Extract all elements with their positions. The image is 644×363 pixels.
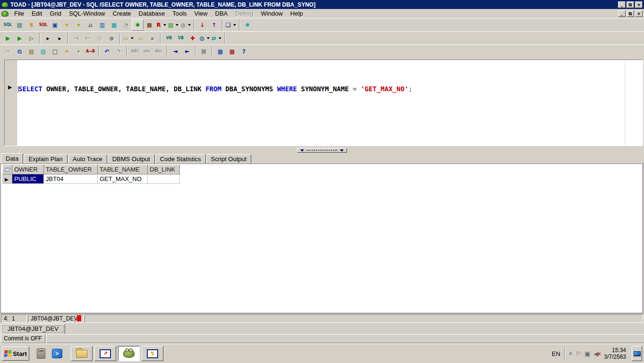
- menu-edit[interactable]: Edit: [28, 9, 46, 17]
- dropdown-arrow-icon[interactable]: [219, 37, 221, 39]
- system-tools-icon[interactable]: [37, 348, 45, 359]
- refresh-session-icon[interactable]: ⇄: [211, 33, 222, 44]
- web-browser-icon[interactable]: ◍: [198, 33, 210, 44]
- doc-generator-icon[interactable]: ▤: [167, 19, 179, 31]
- row-selector[interactable]: ▶: [3, 174, 12, 184]
- collapse-up-icon[interactable]: [300, 149, 304, 152]
- dropdown-arrow-icon[interactable]: [233, 24, 236, 26]
- undo-icon[interactable]: ↶: [101, 46, 113, 57]
- find-icon[interactable]: ✦: [61, 46, 73, 57]
- show-desktop-button[interactable]: [632, 346, 642, 361]
- send-to-vb-icon[interactable]: VB: [175, 33, 186, 44]
- execute-script-icon[interactable]: ▶: [14, 33, 25, 44]
- menu-sql-window[interactable]: SQL-Window: [65, 9, 109, 17]
- fetch-from-vb-icon[interactable]: VB: [163, 33, 175, 44]
- paste-icon[interactable]: ▤: [25, 46, 37, 57]
- commit-icon[interactable]: ↓: [196, 19, 208, 31]
- language-indicator[interactable]: EN: [552, 350, 560, 357]
- menu-tools[interactable]: Tools: [169, 9, 190, 17]
- capitalize-icon[interactable]: Abc: [153, 46, 165, 57]
- menu-debug[interactable]: Debug: [231, 9, 257, 17]
- toad-frog-button[interactable]: [118, 346, 140, 361]
- uppercase-icon[interactable]: ABC: [129, 46, 141, 57]
- find-next-icon[interactable]: ✦: [73, 46, 85, 57]
- column-header-table_name[interactable]: TABLE_NAME: [98, 165, 148, 174]
- script-manager-icon[interactable]: ▦: [108, 19, 120, 31]
- object-palette-icon[interactable]: ✦: [73, 19, 85, 31]
- execute-current-icon[interactable]: ▸: [54, 33, 66, 44]
- compile-icon[interactable]: ◎: [94, 33, 106, 44]
- menu-window[interactable]: Window: [257, 9, 287, 17]
- lowercase-icon[interactable]: abc: [141, 46, 153, 57]
- sql-rescue-icon[interactable]: ✚: [186, 33, 198, 44]
- indent-icon[interactable]: ⇥: [169, 46, 181, 57]
- find-replace-icon[interactable]: A→B: [85, 46, 96, 57]
- column-header-table_owner[interactable]: TABLE_OWNER: [44, 165, 98, 174]
- menu-grid[interactable]: Grid: [46, 9, 65, 17]
- dropdown-arrow-icon[interactable]: [163, 24, 166, 26]
- trace-into-icon[interactable]: ⊢: [82, 33, 94, 44]
- copy-icon[interactable]: ⧉: [14, 46, 25, 57]
- app-lightning-button[interactable]: ↯: [142, 346, 163, 361]
- child-restore-button[interactable]: ⧉: [627, 10, 634, 17]
- schema-browser-icon[interactable]: ▤: [14, 19, 25, 31]
- mdi-tab-connection[interactable]: JBT04@JBT_DEV: [1, 324, 65, 334]
- column-header-db_link[interactable]: DB_LINK: [148, 165, 180, 174]
- dropdown-arrow-icon[interactable]: [207, 37, 210, 39]
- dropdown-arrow-icon[interactable]: [188, 24, 191, 26]
- start-button[interactable]: Start: [2, 346, 29, 361]
- child-minimize-button[interactable]: _: [618, 10, 626, 17]
- dropdown-arrow-icon[interactable]: [176, 24, 178, 26]
- menu-create[interactable]: Create: [109, 9, 135, 17]
- tab-code-statistics[interactable]: Code Statistics: [155, 154, 206, 164]
- dropdown-arrow-icon[interactable]: [131, 37, 134, 39]
- tab-script-output[interactable]: Script Output: [206, 154, 252, 164]
- redo-icon[interactable]: ↷: [113, 46, 125, 57]
- tab-data[interactable]: Data: [1, 153, 23, 164]
- child-close-button[interactable]: ×: [635, 10, 643, 17]
- quick-script-icon[interactable]: ↯: [25, 19, 37, 31]
- minimize-button[interactable]: _: [618, 1, 626, 8]
- save-icon[interactable]: ▪: [146, 33, 158, 44]
- grid-cell[interactable]: JBT04: [44, 174, 98, 184]
- clear-grid-icon[interactable]: [3, 165, 12, 174]
- grid-options-icon[interactable]: ▦: [214, 46, 226, 57]
- menu-help[interactable]: Help: [287, 9, 307, 17]
- save-schema-icon[interactable]: ⌂: [85, 19, 96, 31]
- menu-database[interactable]: Database: [135, 9, 169, 17]
- report-manager-icon[interactable]: ▥: [96, 19, 108, 31]
- tab-explain-plan[interactable]: Explain Plan: [24, 154, 67, 164]
- rollback-icon[interactable]: ↑: [208, 19, 220, 31]
- app-red-cursor-button[interactable]: ↗: [94, 346, 116, 361]
- clipboard-view-icon[interactable]: ▤: [37, 46, 49, 57]
- network-icon[interactable]: ▣: [585, 351, 590, 357]
- grid-cell[interactable]: PUBLIC: [12, 174, 44, 184]
- menu-view[interactable]: View: [191, 9, 212, 17]
- grid-filter-icon[interactable]: ▦: [226, 46, 238, 57]
- flag-icon[interactable]: ⚐: [576, 351, 581, 357]
- restore-button[interactable]: ⧉: [627, 1, 634, 8]
- tray-clock[interactable]: 15:34 3/7/2563: [604, 347, 626, 360]
- print-icon[interactable]: ⊞: [198, 46, 210, 57]
- active-window-icon[interactable]: ❏: [225, 19, 237, 31]
- powershell-icon[interactable]: >: [52, 349, 62, 358]
- menu-file[interactable]: File: [10, 9, 28, 17]
- volume-muted-icon[interactable]: ◀×: [593, 351, 598, 357]
- halt-execution-icon[interactable]: ●: [106, 33, 118, 44]
- collapse-chevron-icon[interactable]: «: [568, 352, 573, 355]
- column-header-owner[interactable]: OWNER: [12, 165, 44, 174]
- execute-statement-icon[interactable]: ▶: [2, 33, 14, 44]
- grid-cell[interactable]: [148, 174, 180, 184]
- highlight-session-icon[interactable]: ✹: [242, 19, 254, 31]
- debug-bug-icon[interactable]: ✱: [132, 19, 144, 31]
- splitter-handle[interactable]: [297, 148, 347, 153]
- sql-text-area[interactable]: SELECT OWNER, TABLE_OWNER, TABLE_NAME, D…: [17, 60, 643, 146]
- collapse-down-icon[interactable]: [340, 149, 344, 152]
- project-manager-icon[interactable]: ▣: [49, 19, 61, 31]
- cut-icon[interactable]: ✂: [2, 46, 14, 57]
- database-tools-icon[interactable]: ◍: [179, 19, 191, 31]
- rerun-menu-icon[interactable]: R: [155, 19, 167, 31]
- save-file-icon[interactable]: ▭: [135, 33, 146, 44]
- grid-cell[interactable]: GET_MAX_NO: [98, 174, 148, 184]
- sql-modeler-icon[interactable]: SQL: [37, 19, 49, 31]
